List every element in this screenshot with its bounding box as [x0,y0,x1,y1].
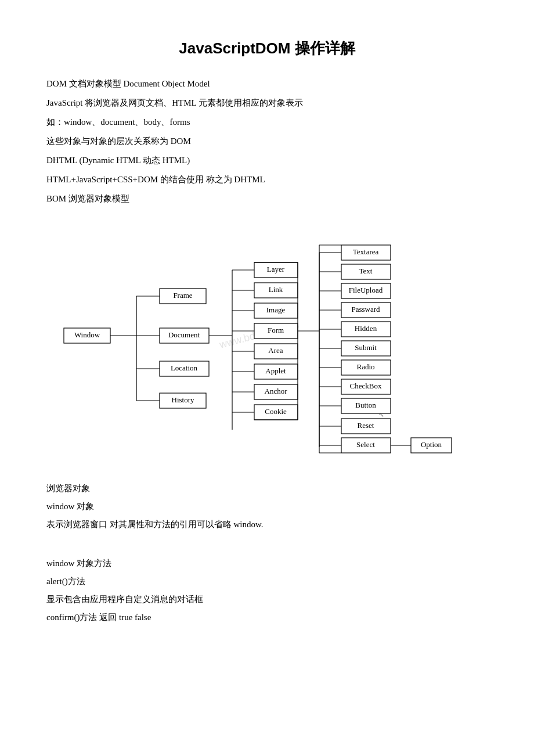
svg-text:↖: ↖ [378,411,384,419]
page-title: JavaScriptDOM 操作详解 [46,35,488,62]
fileupload-label: FileUpload [349,286,383,294]
blank-1 [46,535,488,545]
textarea-label: Textarea [353,247,379,256]
location-label: Location [171,363,198,372]
confirm-method: confirm()方法 返回 true false [46,610,488,625]
alert-desc: 显示包含由应用程序自定义消息的对话框 [46,592,488,607]
para-2: JavaScript 将浏览器及网页文档、HTML 元素都使用相应的对象表示 [46,95,488,111]
para-5: DHTML (Dynamic HTML 动态 HTML) [46,153,488,168]
intro-paragraphs: DOM 文档对象模型 Document Object Model JavaScr… [46,76,488,207]
history-label: History [172,395,195,404]
anchor-label: Anchor [265,387,288,395]
blank-2 [46,545,488,556]
password-label: Passward [351,305,380,314]
frame-label: Frame [173,291,192,300]
para-7: BOM 浏览器对象模型 [46,191,488,207]
select-label: Select [356,440,375,449]
window-object: window 对象 [46,499,488,514]
document-label: Document [168,330,200,339]
form-label: Form [268,326,284,334]
cookie-label: Cookie [265,407,287,416]
image-label: Image [266,305,286,314]
hidden-label: Hidden [355,324,377,333]
dom-diagram: .box { fill: white; stroke: black; strok… [46,221,488,465]
window-desc: 表示浏览器窗口 对其属性和方法的引用可以省略 window. [46,517,488,532]
para-4: 这些对象与对象的层次关系称为 DOM [46,134,488,149]
text-label: Text [359,267,373,275]
layer-label: Layer [267,265,285,273]
window-label: Window [74,330,100,339]
alert-method: alert()方法 [46,574,488,589]
browser-object: 浏览器对象 [46,481,488,496]
option-label: Option [421,440,442,449]
applet-label: Applet [265,366,286,375]
dom-tree-svg: .box { fill: white; stroke: black; strok… [46,221,488,465]
bottom-content: 浏览器对象 window 对象 表示浏览器窗口 对其属性和方法的引用可以省略 w… [46,481,488,625]
para-1: DOM 文档对象模型 Document Object Model [46,76,488,92]
para-3: 如：window、document、body、forms [46,114,488,130]
window-methods: window 对象方法 [46,556,488,571]
submit-label: Submit [355,343,377,352]
area-label: Area [268,346,283,355]
reset-label: Reset [358,421,374,430]
radio-label: Radio [356,362,374,371]
para-6: HTML+JavaScript+CSS+DOM 的结合使用 称之为 DHTML [46,172,488,188]
button-label: Button [355,401,376,409]
link-label: Link [269,285,283,294]
checkbox-label: CheckBox [350,381,382,390]
